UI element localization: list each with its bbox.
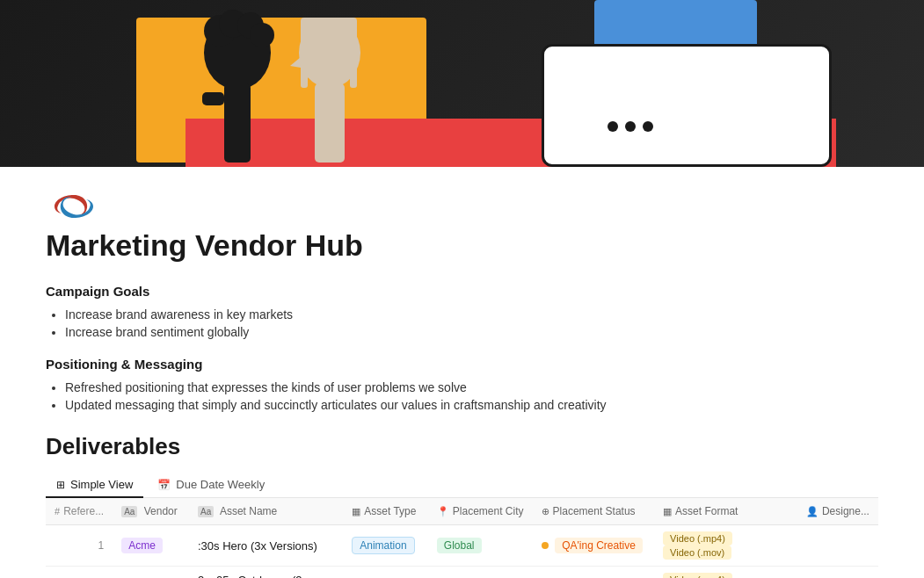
cell-designer — [797, 525, 878, 567]
cell-asset-format: Video (.mp4)Video (.mov) — [654, 525, 797, 567]
campaign-goals-list: Increase brand awareness in key markets … — [46, 307, 878, 339]
positioning-bullet-1: Refreshed positioning that expresses the… — [65, 380, 878, 394]
hero-silhouettes — [141, 4, 440, 163]
positioning-heading: Positioning & Messaging — [46, 357, 878, 372]
cell-placement-status: QA'ing Creative — [533, 525, 655, 567]
cell-asset-name: 3x :05s Cutdowns (3x Versions) — [189, 567, 343, 579]
page-title: Marketing Vendor Hub — [46, 228, 878, 263]
deliverables-title: Deliverables — [46, 433, 878, 460]
cell-ref: 3 — [46, 567, 113, 579]
cell-asset-format: Video (.mp4)Video (.mov) — [654, 567, 797, 579]
svg-rect-10 — [301, 18, 357, 31]
tab-simple-view[interactable]: ⊞ Simple View — [46, 473, 143, 498]
campaign-goal-1: Increase brand awareness in key markets — [65, 307, 878, 322]
campaign-goal-2: Increase brand sentiment globally — [65, 325, 878, 339]
svg-rect-6 — [202, 92, 224, 105]
svg-point-4 — [250, 23, 274, 47]
format-tag: Video (.mp4) — [663, 573, 732, 578]
cell-ref: 1 — [46, 525, 113, 567]
main-content: Marketing Vendor Hub Campaign Goals Incr… — [0, 167, 924, 578]
col-vendor: Aa Vendor — [113, 498, 189, 525]
cell-placement-status: QA'ing Creative — [533, 567, 655, 579]
cell-designer — [797, 567, 878, 579]
col-asset-type: ▦Asset Type — [343, 498, 428, 525]
col-placement-city: 📍Placement City — [428, 498, 533, 525]
tab-due-date-label: Due Date Weekly — [176, 478, 265, 491]
table-row[interactable]: 3 Acme 3x :05s Cutdowns (3x Versions) An… — [46, 567, 878, 579]
table-icon: ⊞ — [56, 479, 65, 491]
cell-vendor: Acme — [113, 525, 189, 567]
svg-rect-11 — [315, 83, 345, 163]
tab-due-date[interactable]: 📅 Due Date Weekly — [147, 473, 275, 498]
svg-rect-5 — [224, 83, 251, 163]
campaign-goals-heading: Campaign Goals — [46, 284, 878, 299]
table-header-row: #Refere... Aa Vendor Aa Asset Name ▦Asse… — [46, 498, 878, 525]
status-dot — [542, 542, 549, 549]
city-tag: Global — [437, 538, 482, 553]
calendar-icon: 📅 — [157, 479, 171, 491]
cell-asset-type: Animation — [343, 567, 428, 579]
positioning-list: Refreshed positioning that expresses the… — [46, 380, 878, 412]
cell-placement-city: Global — [428, 525, 533, 567]
col-asset-format: ▦Asset Format — [654, 498, 797, 525]
svg-rect-8 — [301, 26, 308, 88]
positioning-bullet-2: Updated messaging that simply and succin… — [65, 398, 878, 412]
deliverables-table: #Refere... Aa Vendor Aa Asset Name ▦Asse… — [46, 498, 878, 578]
asset-type-tag: Animation — [352, 537, 414, 554]
format-tag: Video (.mov) — [663, 545, 731, 560]
cell-placement-city: Global — [428, 567, 533, 579]
logo — [46, 188, 102, 225]
svg-rect-9 — [350, 26, 357, 88]
view-tabs: ⊞ Simple View 📅 Due Date Weekly — [46, 473, 878, 498]
cell-vendor: Acme — [113, 567, 189, 579]
status-tag: QA'ing Creative — [555, 538, 643, 553]
hero-white-box — [542, 44, 832, 167]
cell-asset-name: :30s Hero (3x Versions) — [189, 525, 343, 567]
format-tag: Video (.mp4) — [663, 531, 732, 545]
col-designer: 👤Designe... — [797, 498, 878, 525]
hero-banner — [0, 0, 924, 167]
col-asset-name: Aa Asset Name — [189, 498, 343, 525]
tab-simple-view-label: Simple View — [70, 478, 133, 491]
table-row[interactable]: 1 Acme :30s Hero (3x Versions) Animation… — [46, 525, 878, 567]
cell-asset-type: Animation — [343, 525, 428, 567]
col-placement-status: ⊕Placement Status — [533, 498, 655, 525]
vendor-tag: Acme — [121, 538, 163, 553]
col-ref: #Refere... — [46, 498, 113, 525]
